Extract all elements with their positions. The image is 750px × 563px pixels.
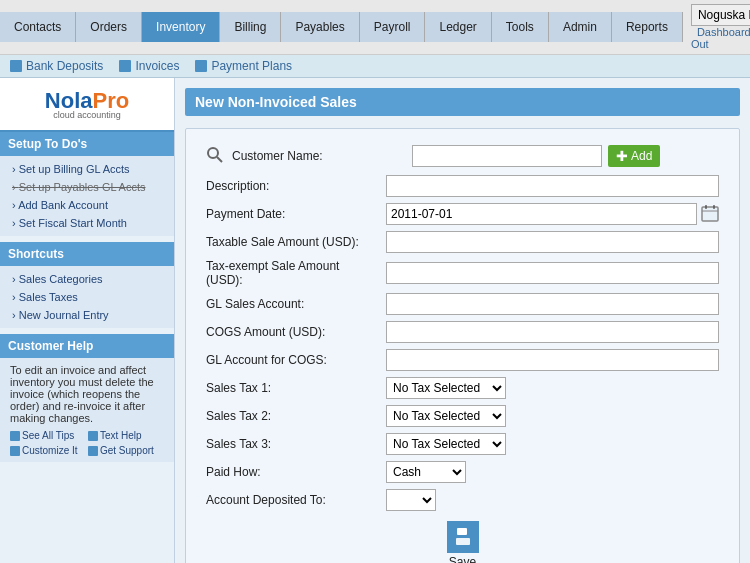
customer-name-row: Customer Name: ✚ Add [206, 145, 719, 167]
customer-name-label: Customer Name: [232, 149, 412, 163]
customer-name-input[interactable] [412, 145, 602, 167]
sidebar: NolaPro cloud accounting Setup To Do's ›… [0, 78, 175, 563]
company-select[interactable]: Noguska LLC [691, 4, 750, 26]
help-link-text-help[interactable]: Text Help [88, 430, 162, 441]
svg-rect-5 [713, 205, 715, 209]
help-link-get-support[interactable]: Get Support [88, 445, 162, 456]
nav-tab-payroll[interactable]: Payroll [360, 12, 426, 42]
nav-tab-ledger[interactable]: Ledger [425, 12, 491, 42]
sales-tax1-select[interactable]: No Tax Selected Tax Selected [386, 377, 506, 399]
taxable-sale-label: Taxable Sale Amount (USD): [206, 235, 386, 249]
svg-rect-7 [457, 528, 467, 535]
top-links: Dashboard Log Out [691, 26, 750, 50]
paid-how-label: Paid How: [206, 465, 386, 479]
svg-rect-4 [705, 205, 707, 209]
nav-tab-tools[interactable]: Tools [492, 12, 549, 42]
help-content: To edit an invoice and affect inventory … [0, 358, 174, 462]
paid-how-select[interactable]: Cash Check Credit Card [386, 461, 466, 483]
help-section-title: Customer Help [0, 334, 174, 358]
sales-tax2-select[interactable]: No Tax Selected Tax Selected [386, 405, 506, 427]
cogs-amount-label: COGS Amount (USD): [206, 325, 386, 339]
add-button[interactable]: ✚ Add [608, 145, 660, 167]
main-nav: Contacts Orders Inventory Billing Payabl… [0, 12, 683, 42]
nav-tab-payables[interactable]: Payables [281, 12, 359, 42]
sales-tax1-label: Sales Tax 1: [206, 381, 386, 395]
description-row: Description: [206, 175, 719, 197]
dashboard-link[interactable]: Dashboard [697, 26, 750, 38]
top-bar: Contacts Orders Inventory Billing Payabl… [0, 0, 750, 55]
bank-deposits-icon [10, 60, 22, 72]
calendar-icon[interactable] [701, 204, 719, 225]
paid-how-row: Paid How: Cash Check Credit Card [206, 461, 719, 483]
sales-tax2-label: Sales Tax 2: [206, 409, 386, 423]
nav-tab-orders[interactable]: Orders [76, 12, 142, 42]
gl-sales-label: GL Sales Account: [206, 297, 386, 311]
account-deposited-select[interactable] [386, 489, 436, 511]
description-input[interactable] [386, 175, 719, 197]
sub-nav: Bank Deposits Invoices Payment Plans [0, 55, 750, 78]
see-all-tips-icon [10, 431, 20, 441]
save-button[interactable] [447, 521, 479, 553]
sales-tax3-row: Sales Tax 3: No Tax Selected Tax Selecte… [206, 433, 719, 455]
help-link-customize[interactable]: Customize It [10, 445, 84, 456]
shortcut-sales-taxes[interactable]: › Sales Taxes [0, 288, 174, 306]
logo: NolaPro cloud accounting [0, 78, 174, 132]
content: New Non-Invoiced Sales Customer Name: ✚ … [175, 78, 750, 563]
sub-nav-invoices[interactable]: Invoices [119, 59, 179, 73]
svg-point-0 [208, 148, 218, 158]
save-area: Save [206, 521, 719, 563]
search-icon [206, 146, 224, 167]
nav-tab-inventory[interactable]: Inventory [142, 12, 220, 42]
nav-tab-admin[interactable]: Admin [549, 12, 612, 42]
add-icon: ✚ [616, 148, 628, 164]
payment-date-input[interactable] [386, 203, 697, 225]
svg-rect-8 [456, 538, 470, 545]
sub-nav-bank-deposits[interactable]: Bank Deposits [10, 59, 103, 73]
setup-items: › Set up Billing GL Accts › Set up Payab… [0, 156, 174, 236]
help-links: See All Tips Text Help Customize It Get … [10, 430, 164, 456]
logo-sub: cloud accounting [45, 110, 129, 120]
setup-section-title: Setup To Do's [0, 132, 174, 156]
cogs-amount-row: COGS Amount (USD): [206, 321, 719, 343]
help-link-see-all-tips[interactable]: See All Tips [10, 430, 84, 441]
invoices-icon [119, 60, 131, 72]
setup-item-billing-gl[interactable]: › Set up Billing GL Accts [0, 160, 174, 178]
gl-sales-input[interactable] [386, 293, 719, 315]
gl-cogs-input[interactable] [386, 349, 719, 371]
description-label: Description: [206, 179, 386, 193]
taxable-sale-input[interactable] [386, 231, 719, 253]
setup-item-fiscal-month[interactable]: › Set Fiscal Start Month [0, 214, 174, 232]
nav-tab-billing[interactable]: Billing [220, 12, 281, 42]
cogs-amount-input[interactable] [386, 321, 719, 343]
get-support-icon [88, 446, 98, 456]
help-text: To edit an invoice and affect inventory … [10, 364, 154, 424]
top-right: Noguska LLC Dashboard Log Out [683, 0, 750, 54]
taxable-sale-row: Taxable Sale Amount (USD): [206, 231, 719, 253]
setup-item-bank-account[interactable]: › Add Bank Account [0, 196, 174, 214]
main-layout: NolaPro cloud accounting Setup To Do's ›… [0, 78, 750, 563]
nav-tab-contacts[interactable]: Contacts [0, 12, 76, 42]
nav-tab-reports[interactable]: Reports [612, 12, 683, 42]
account-deposited-label: Account Deposited To: [206, 493, 386, 507]
setup-item-payables-gl[interactable]: › Set up Payables GL Accts [0, 178, 174, 196]
text-help-icon [88, 431, 98, 441]
customize-icon [10, 446, 20, 456]
payment-plans-icon [195, 60, 207, 72]
tax-exempt-input[interactable] [386, 262, 719, 284]
sub-nav-payment-plans[interactable]: Payment Plans [195, 59, 292, 73]
svg-line-1 [217, 157, 222, 162]
content-header: New Non-Invoiced Sales [185, 88, 740, 116]
save-label: Save [206, 555, 719, 563]
gl-cogs-row: GL Account for COGS: [206, 349, 719, 371]
svg-rect-2 [702, 207, 718, 221]
shortcut-items: › Sales Categories › Sales Taxes › New J… [0, 266, 174, 328]
form-area: Customer Name: ✚ Add Description: Paymen… [185, 128, 740, 563]
shortcut-new-journal-entry[interactable]: › New Journal Entry [0, 306, 174, 324]
tax-exempt-label: Tax-exempt Sale Amount (USD): [206, 259, 386, 287]
gl-cogs-label: GL Account for COGS: [206, 353, 386, 367]
sales-tax2-row: Sales Tax 2: No Tax Selected Tax Selecte… [206, 405, 719, 427]
shortcut-sales-categories[interactable]: › Sales Categories [0, 270, 174, 288]
sales-tax3-select[interactable]: No Tax Selected Tax Selected [386, 433, 506, 455]
tax-exempt-row: Tax-exempt Sale Amount (USD): [206, 259, 719, 287]
payment-date-row: Payment Date: [206, 203, 719, 225]
